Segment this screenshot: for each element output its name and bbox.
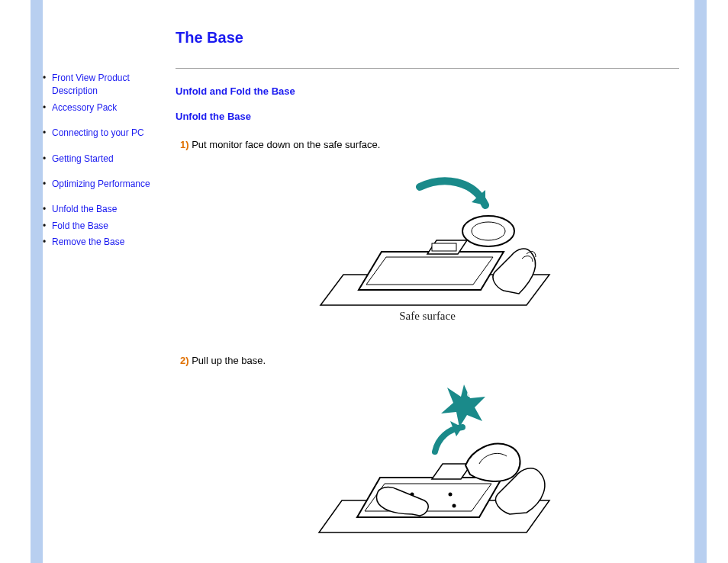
nav-link-label: Remove the Base	[52, 236, 124, 249]
nav-link-label: Connecting to your PC	[52, 127, 144, 140]
bullet-icon: •	[43, 101, 52, 114]
nav-item-unfold-base[interactable]: • Unfold the Base	[43, 201, 168, 217]
svg-rect-4	[432, 243, 456, 251]
figure-2: click	[298, 380, 557, 540]
svg-point-6	[472, 222, 505, 240]
figure-caption: Safe surface	[399, 310, 456, 323]
main-content: The Base Unfold and Fold the Base Unfold…	[168, 0, 694, 563]
left-accent-bar	[31, 0, 43, 563]
nav-group: • Front View Product Description • Acces…	[43, 70, 168, 116]
bullet-icon: •	[43, 178, 52, 191]
page-container: • Front View Product Description • Acces…	[0, 0, 728, 563]
bullet-icon: •	[43, 220, 52, 233]
illustration-pull-up-base	[298, 380, 557, 540]
nav-item-optimizing[interactable]: • Optimizing Performance	[43, 176, 168, 192]
nav-group: • Optimizing Performance	[43, 176, 168, 192]
svg-point-13	[449, 493, 453, 497]
nav-item-fold-base[interactable]: • Fold the Base	[43, 218, 168, 234]
left-margin	[0, 0, 31, 563]
step-number: 2)	[180, 355, 189, 366]
right-accent-bar	[694, 0, 707, 563]
nav-item-connecting-pc[interactable]: • Connecting to your PC	[43, 125, 168, 141]
illustration-monitor-face-down	[298, 164, 557, 324]
divider	[176, 68, 679, 69]
page-title: The Base	[176, 29, 679, 47]
step-number: 1)	[180, 139, 189, 150]
bullet-icon: •	[43, 236, 52, 249]
nav-group: • Connecting to your PC	[43, 125, 168, 141]
nav-link-label: Unfold the Base	[52, 203, 117, 216]
figure-1: Safe surface	[298, 164, 557, 324]
section-heading: Unfold and Fold the Base	[176, 85, 679, 97]
bullet-icon: •	[43, 127, 52, 140]
step-2: 2) Pull up the base.	[176, 355, 679, 366]
nav-link-label: Accessory Pack	[52, 101, 117, 114]
click-label: click	[467, 386, 490, 400]
nav-group: • Unfold the Base • Fold the Base • Remo…	[43, 201, 168, 250]
nav-group: • Getting Started	[43, 151, 168, 167]
nav-item-front-view[interactable]: • Front View Product Description	[43, 70, 168, 100]
bullet-icon: •	[43, 203, 52, 216]
nav-link-label: Getting Started	[52, 153, 114, 166]
nav-item-getting-started[interactable]: • Getting Started	[43, 151, 168, 167]
svg-marker-2	[366, 257, 493, 285]
nav-item-remove-base[interactable]: • Remove the Base	[43, 234, 168, 250]
bullet-icon: •	[43, 72, 52, 85]
svg-point-15	[453, 504, 456, 508]
nav-link-label: Optimizing Performance	[52, 178, 150, 191]
right-margin	[707, 0, 728, 563]
nav-link-label: Fold the Base	[52, 220, 108, 233]
step-1: 1) Put monitor face down on the safe sur…	[176, 139, 679, 150]
nav-item-accessory-pack[interactable]: • Accessory Pack	[43, 100, 168, 116]
step-text: Put monitor face down on the safe surfac…	[189, 139, 381, 150]
step-text: Pull up the base.	[189, 355, 266, 366]
sidebar-nav: • Front View Product Description • Acces…	[43, 0, 168, 563]
nav-link-label: Front View Product Description	[52, 72, 168, 98]
bullet-icon: •	[43, 153, 52, 166]
subsection-heading: Unfold the Base	[176, 111, 679, 122]
